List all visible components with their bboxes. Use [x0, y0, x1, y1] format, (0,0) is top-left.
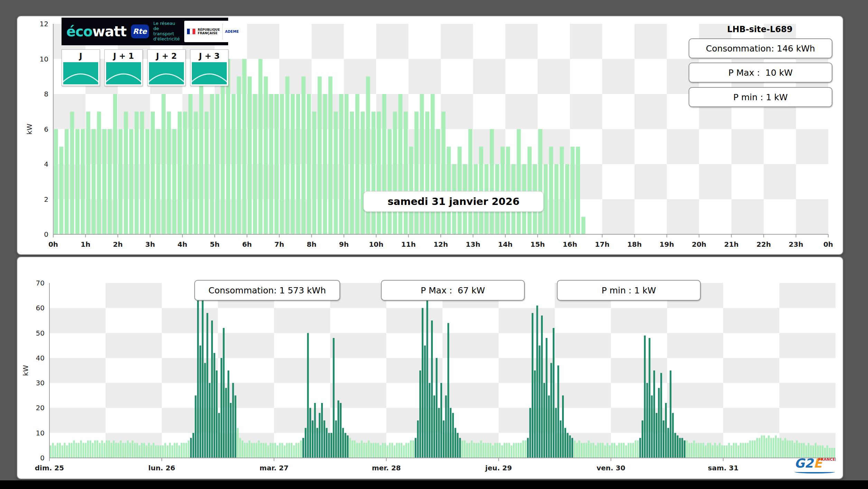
svg-text:20: 20: [36, 404, 45, 412]
svg-text:2: 2: [44, 195, 48, 204]
rte-logo: Rte: [131, 25, 149, 38]
weekly-pmax-stat: P Max : 67 kW: [381, 280, 525, 301]
svg-text:10: 10: [36, 429, 45, 437]
svg-text:12h: 12h: [433, 240, 448, 248]
svg-text:9h: 9h: [339, 240, 349, 248]
ecowatt-day-tile[interactable]: J + 3: [190, 49, 228, 86]
svg-text:8: 8: [44, 90, 48, 98]
svg-text:20h: 20h: [692, 240, 706, 248]
ecowatt-status-green: [192, 62, 227, 84]
svg-text:70: 70: [36, 279, 45, 287]
date-label: samedi 31 janvier 2026: [363, 191, 544, 212]
ecowatt-day-tiles: JJ + 1J + 2J + 3: [62, 49, 228, 86]
svg-text:11h: 11h: [401, 240, 416, 248]
svg-text:5h: 5h: [210, 240, 220, 248]
svg-text:kW: kW: [21, 365, 30, 376]
svg-text:17h: 17h: [595, 240, 609, 248]
svg-text:dim. 25: dim. 25: [35, 464, 64, 472]
weekly-pmin-stat: P min : 1 kW: [557, 280, 701, 301]
ecowatt-status-green: [63, 62, 98, 84]
ecowatt-day-label: J: [62, 50, 100, 62]
svg-text:18h: 18h: [627, 240, 642, 248]
svg-text:15h: 15h: [530, 240, 545, 248]
site-title: LHB-site-L689: [689, 25, 831, 34]
svg-text:mer. 28: mer. 28: [372, 464, 401, 472]
checkerboard: [49, 283, 836, 458]
svg-text:sam. 31: sam. 31: [708, 464, 739, 472]
ecowatt-brand: écowatt: [66, 25, 127, 38]
dashboard-background: { "colors": { "background": "#58585a", "…: [0, 0, 868, 489]
ecowatt-day-label: J + 1: [105, 50, 142, 62]
weekly-chart-panel: 010203040506070dim. 25lun. 26mar. 27mer.…: [17, 256, 843, 479]
ecowatt-day-tile[interactable]: J + 2: [147, 49, 186, 86]
ecowatt-day-label: J + 3: [190, 50, 228, 62]
svg-text:23h: 23h: [789, 240, 803, 248]
svg-text:mar. 27: mar. 27: [260, 464, 289, 472]
svg-text:kW: kW: [25, 124, 34, 135]
daily-pmax-stat: P Max : 10 kW: [689, 63, 832, 83]
ademe-logo: ADEME: [222, 23, 239, 39]
svg-text:0: 0: [44, 230, 48, 238]
svg-text:50: 50: [36, 329, 45, 337]
svg-text:10: 10: [40, 55, 48, 63]
ecowatt-status-green: [149, 62, 184, 84]
svg-text:14h: 14h: [498, 240, 513, 248]
footer-bar: [0, 480, 868, 489]
svg-text:0: 0: [40, 454, 45, 462]
svg-text:22h: 22h: [756, 240, 771, 248]
svg-text:1h: 1h: [81, 240, 90, 248]
french-republic-logo: RÉPUBLIQUE FRANÇAISE ADEME: [184, 21, 242, 42]
ecowatt-logo: écowatt Rte Le réseau de transport d'éle…: [62, 18, 228, 45]
svg-text:16h: 16h: [563, 240, 577, 248]
svg-text:13h: 13h: [466, 240, 480, 248]
ecowatt-day-label: J + 2: [148, 50, 185, 62]
daily-pmin-stat: P min : 1 kW: [689, 87, 832, 107]
svg-text:7h: 7h: [274, 240, 284, 248]
g2e-swoosh: [794, 470, 835, 473]
svg-text:ven. 30: ven. 30: [597, 464, 625, 472]
svg-text:3h: 3h: [145, 240, 155, 248]
svg-text:6: 6: [44, 125, 48, 133]
svg-text:4h: 4h: [178, 240, 187, 248]
g2e-logo: FRANCE G2 E: [794, 457, 835, 477]
rte-tagline: Le réseau de transport d'électricité: [153, 21, 180, 42]
svg-text:40: 40: [36, 354, 45, 362]
ecowatt-status-green: [106, 62, 141, 84]
svg-text:30: 30: [36, 379, 45, 387]
svg-text:4: 4: [44, 160, 48, 168]
daily-consumption-stat: Consommation: 146 kWh: [689, 38, 832, 58]
svg-text:0h: 0h: [823, 240, 833, 248]
svg-text:lun. 26: lun. 26: [148, 464, 175, 472]
svg-text:10h: 10h: [369, 240, 383, 248]
french-flag-icon: [187, 29, 195, 34]
republique-label: RÉPUBLIQUE FRANÇAISE: [198, 28, 220, 35]
ecowatt-day-tile[interactable]: J + 1: [104, 49, 143, 86]
svg-text:60: 60: [36, 304, 45, 312]
weekly-consumption-stat: Consommation: 1 573 kWh: [194, 280, 340, 301]
svg-text:12: 12: [40, 20, 48, 28]
svg-text:8h: 8h: [307, 240, 316, 248]
g2e-g2-text: G2: [794, 457, 813, 470]
daily-chart-panel: 0246810120h1h2h3h4h5h6h7h8h9h10h11h12h13…: [17, 16, 843, 255]
svg-text:jeu. 29: jeu. 29: [485, 464, 512, 472]
ecowatt-day-tile[interactable]: J: [62, 49, 100, 86]
svg-text:21h: 21h: [724, 240, 739, 248]
svg-text:0h: 0h: [48, 240, 58, 248]
svg-text:6h: 6h: [242, 240, 252, 248]
svg-text:2h: 2h: [113, 240, 123, 248]
svg-text:19h: 19h: [660, 240, 674, 248]
g2e-france-label: FRANCE: [818, 457, 835, 462]
